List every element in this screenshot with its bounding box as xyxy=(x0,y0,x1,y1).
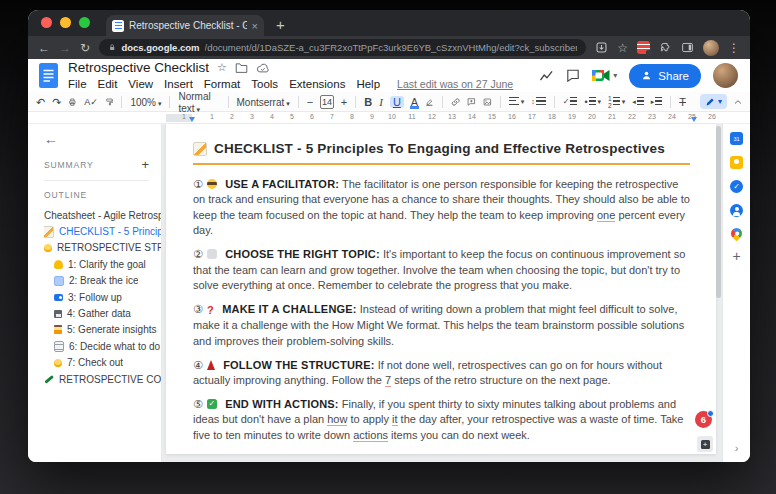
document-page[interactable]: CHECKLIST - 5 Principles To Engaging and… xyxy=(166,124,716,454)
font-size-input[interactable]: 14 xyxy=(320,95,334,109)
menu-extensions[interactable]: Extensions xyxy=(289,78,345,90)
outline-item[interactable]: 2: Break the ice xyxy=(44,273,161,289)
ice-emoji xyxy=(54,276,64,286)
show-side-panel-icon[interactable]: › xyxy=(735,442,739,454)
minimize-window-button[interactable] xyxy=(60,17,71,28)
underline-icon-active[interactable]: U xyxy=(390,96,404,108)
doc-paragraph[interactable]: ② CHOOSE THE RIGHT TOPIC: It's important… xyxy=(193,247,690,293)
numbered-list-select[interactable]: 12▾ xyxy=(608,95,625,109)
doc-paragraph[interactable]: ③ MAKE IT A CHALLENGE: Instead of writin… xyxy=(193,302,690,349)
share-button[interactable]: Share xyxy=(629,64,701,88)
outline-item[interactable]: RETROSPECTIVE COURSE xyxy=(44,371,161,387)
star-document-icon[interactable]: ☆ xyxy=(217,62,227,73)
rail-contacts-icon[interactable] xyxy=(730,204,743,217)
new-tab-button[interactable]: + xyxy=(276,17,285,32)
tab-close-icon[interactable]: × xyxy=(252,20,258,32)
decrease-indent-button[interactable]: ◂ xyxy=(632,97,644,106)
document-activity-icon[interactable] xyxy=(539,69,554,82)
add-summary-button[interactable]: + xyxy=(141,158,149,171)
hide-menus-icon[interactable] xyxy=(734,98,742,106)
bold-icon[interactable]: B xyxy=(364,96,372,108)
highlight-color-icon[interactable] xyxy=(425,96,434,108)
rail-maps-icon[interactable] xyxy=(729,226,745,242)
extensions-puzzle-icon[interactable] xyxy=(659,41,672,54)
reload-icon[interactable]: ↻ xyxy=(80,42,90,54)
floating-add-button[interactable]: + xyxy=(697,436,713,452)
editing-pen-icon xyxy=(705,97,715,107)
add-comment-icon[interactable] xyxy=(467,96,476,108)
move-folder-icon[interactable] xyxy=(235,62,248,73)
print-icon[interactable] xyxy=(68,96,77,108)
doc-paragraph[interactable]: ⑤ END WITH ACTIONS: Finally, if you spen… xyxy=(193,397,690,443)
menu-help[interactable]: Help xyxy=(356,78,380,90)
red-extension-icon[interactable] xyxy=(637,41,650,54)
clear-formatting-icon[interactable]: T xyxy=(679,96,686,108)
outline-item[interactable]: CHECKLIST - 5 Principles To... xyxy=(44,223,161,239)
line-spacing-button[interactable]: ↕ xyxy=(531,97,546,106)
url-bar[interactable]: docs.google.com/document/d/1DaSZE-a_cu3F… xyxy=(99,39,586,56)
bulleted-list-select[interactable]: •▾ xyxy=(584,97,601,107)
doc-paragraph[interactable]: ① USE A FACILITATOR: The facilitator is … xyxy=(193,177,690,239)
rail-keep-icon[interactable] xyxy=(730,156,743,169)
browser-tab[interactable]: Retrospective Checklist - Goog × xyxy=(106,15,264,36)
forward-icon[interactable]: → xyxy=(59,42,71,54)
checklist-button[interactable]: ✓ xyxy=(563,97,578,106)
save-page-icon[interactable] xyxy=(595,41,608,54)
undo-icon[interactable]: ↶ xyxy=(36,96,45,108)
ruler-mark: 2 xyxy=(230,113,234,120)
rail-add-icon[interactable]: + xyxy=(730,250,743,263)
grammarly-badge[interactable]: 6 xyxy=(695,411,712,428)
redo-icon[interactable]: ↷ xyxy=(52,96,61,108)
menu-view[interactable]: View xyxy=(128,78,153,90)
meet-call-control[interactable]: ▾ xyxy=(592,69,617,82)
rail-calendar-icon[interactable] xyxy=(730,132,743,145)
insert-image-icon[interactable] xyxy=(483,96,492,108)
menu-file[interactable]: File xyxy=(68,78,87,90)
fullscreen-window-button[interactable] xyxy=(79,17,90,28)
comments-icon[interactable] xyxy=(566,69,580,82)
rail-tasks-icon[interactable] xyxy=(730,180,743,193)
cloud-status-icon[interactable] xyxy=(256,63,270,73)
paint-format-icon[interactable] xyxy=(105,96,114,108)
account-avatar[interactable] xyxy=(713,63,738,88)
outline-item[interactable]: 7: Check out xyxy=(44,355,161,371)
close-window-button[interactable] xyxy=(41,17,52,28)
zoom-select[interactable]: 100%▾ xyxy=(130,96,161,108)
menu-insert[interactable]: Insert xyxy=(164,78,193,90)
menu-tools[interactable]: Tools xyxy=(251,78,278,90)
last-edit-link[interactable]: Last edit was on 27 June xyxy=(397,78,513,90)
font-select[interactable]: Montserrat▾ xyxy=(237,96,290,108)
vertical-scrollbar[interactable] xyxy=(716,126,721,298)
text-color-icon[interactable]: A xyxy=(411,96,418,108)
document-heading[interactable]: CHECKLIST - 5 Principles To Engaging and… xyxy=(193,141,690,165)
outline-item[interactable]: Cheatsheet - Agile Retrospecti... xyxy=(44,207,161,223)
browser-menu-icon[interactable]: ⋮ xyxy=(728,41,740,55)
menu-edit[interactable]: Edit xyxy=(98,78,118,90)
bookmark-star-icon[interactable]: ☆ xyxy=(617,42,628,54)
outline-item[interactable]: 6: Decide what to do xyxy=(44,338,161,354)
outline-item[interactable]: 4: Gather data xyxy=(44,305,161,321)
back-icon[interactable]: ← xyxy=(38,42,50,54)
ruler-mark: 21 xyxy=(608,113,616,120)
outline-item[interactable]: 3: Follow up xyxy=(44,289,161,305)
doc-paragraph[interactable]: ④ FOLLOW THE STRUCTURE: If not done well… xyxy=(193,358,690,389)
spellcheck-icon[interactable]: A✓ xyxy=(84,96,98,108)
insert-link-icon[interactable] xyxy=(451,96,460,108)
decrease-font-size-button[interactable]: − xyxy=(307,96,313,108)
ruler[interactable]: 1123456789101112131415161718192021222324… xyxy=(162,112,750,123)
document-title[interactable]: Retrospective Checklist xyxy=(68,60,209,75)
menu-format[interactable]: Format xyxy=(204,78,240,90)
italic-icon[interactable]: I xyxy=(379,96,383,108)
browser-profile-avatar[interactable] xyxy=(703,40,719,56)
outline-item[interactable]: 1: Clarify the goal xyxy=(44,256,161,272)
outline-item[interactable]: RETROSPECTIVE STRUCTURE xyxy=(44,240,161,256)
google-docs-logo[interactable] xyxy=(38,62,59,89)
increase-font-size-button[interactable]: + xyxy=(341,96,347,108)
editing-mode-select[interactable]: ▾ xyxy=(700,94,727,109)
increase-indent-button[interactable]: ▸ xyxy=(651,97,663,106)
outline-item[interactable]: 5: Generate insights xyxy=(44,322,161,338)
collapse-outline-button[interactable]: ← xyxy=(44,132,161,146)
paragraph-style-select[interactable]: Normal text▾ xyxy=(178,90,219,114)
align-select[interactable]: ▾ xyxy=(509,97,525,106)
side-panel-icon[interactable] xyxy=(681,41,694,54)
